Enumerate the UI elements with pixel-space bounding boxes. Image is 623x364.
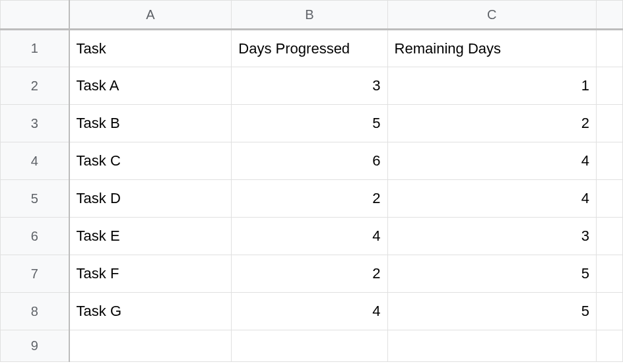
cell-a4[interactable]: Task C	[69, 142, 232, 180]
cell-d8[interactable]	[596, 293, 622, 330]
spreadsheet-grid[interactable]: A B C 1 Task Days Progressed Remaining D…	[0, 0, 623, 362]
table-row: 6 Task E 4 3	[1, 218, 623, 255]
select-all-corner[interactable]	[1, 1, 69, 30]
cell-b2[interactable]: 3	[232, 67, 387, 105]
cell-d1[interactable]	[596, 30, 622, 67]
column-header-b[interactable]: B	[232, 1, 387, 30]
cell-d3[interactable]	[596, 105, 622, 142]
cell-a2[interactable]: Task A	[69, 67, 232, 105]
cell-a7[interactable]: Task F	[69, 255, 232, 293]
cell-d9[interactable]	[596, 330, 622, 362]
cell-a9[interactable]	[69, 330, 232, 362]
cell-a5[interactable]: Task D	[69, 180, 232, 218]
row-header-4[interactable]: 4	[1, 142, 69, 180]
cell-b1[interactable]: Days Progressed	[232, 30, 387, 67]
cell-a6[interactable]: Task E	[69, 218, 232, 255]
column-header-a[interactable]: A	[69, 1, 232, 30]
cell-a1[interactable]: Task	[69, 30, 232, 67]
cell-b5[interactable]: 2	[232, 180, 387, 218]
cell-b8[interactable]: 4	[232, 293, 387, 330]
cell-d4[interactable]	[596, 142, 622, 180]
cell-d5[interactable]	[596, 180, 622, 218]
cell-c5[interactable]: 4	[387, 180, 596, 218]
column-header-c[interactable]: C	[387, 1, 596, 30]
table-row: 9	[1, 330, 623, 362]
column-header-row: A B C	[1, 1, 623, 30]
row-header-9[interactable]: 9	[1, 330, 69, 362]
cell-b6[interactable]: 4	[232, 218, 387, 255]
cell-c2[interactable]: 1	[387, 67, 596, 105]
row-header-3[interactable]: 3	[1, 105, 69, 142]
cell-c1[interactable]: Remaining Days	[387, 30, 596, 67]
cell-b7[interactable]: 2	[232, 255, 387, 293]
column-header-d[interactable]	[596, 1, 622, 30]
cell-a3[interactable]: Task B	[69, 105, 232, 142]
cell-b9[interactable]	[232, 330, 387, 362]
table-row: 3 Task B 5 2	[1, 105, 623, 142]
cell-a8[interactable]: Task G	[69, 293, 232, 330]
table-row: 1 Task Days Progressed Remaining Days	[1, 30, 623, 67]
row-header-5[interactable]: 5	[1, 180, 69, 218]
row-header-2[interactable]: 2	[1, 67, 69, 105]
table-row: 7 Task F 2 5	[1, 255, 623, 293]
row-header-6[interactable]: 6	[1, 218, 69, 255]
cell-b4[interactable]: 6	[232, 142, 387, 180]
cell-c3[interactable]: 2	[387, 105, 596, 142]
table-row: 8 Task G 4 5	[1, 293, 623, 330]
cell-d2[interactable]	[596, 67, 622, 105]
cell-d6[interactable]	[596, 218, 622, 255]
row-header-7[interactable]: 7	[1, 255, 69, 293]
row-header-8[interactable]: 8	[1, 293, 69, 330]
table-row: 5 Task D 2 4	[1, 180, 623, 218]
table-row: 4 Task C 6 4	[1, 142, 623, 180]
table-row: 2 Task A 3 1	[1, 67, 623, 105]
cell-c4[interactable]: 4	[387, 142, 596, 180]
row-header-1[interactable]: 1	[1, 30, 69, 67]
cell-b3[interactable]: 5	[232, 105, 387, 142]
cell-c9[interactable]	[387, 330, 596, 362]
cell-c8[interactable]: 5	[387, 293, 596, 330]
cell-d7[interactable]	[596, 255, 622, 293]
cell-c7[interactable]: 5	[387, 255, 596, 293]
cell-c6[interactable]: 3	[387, 218, 596, 255]
